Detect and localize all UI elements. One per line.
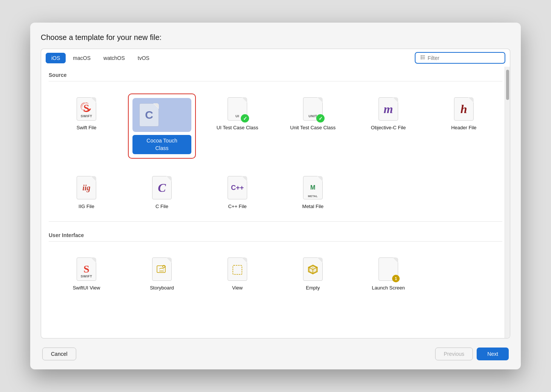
header-h-letter-icon: h <box>460 102 467 116</box>
cocoa-c-letter-icon: C <box>145 109 153 121</box>
cpp-letter-icon: C++ <box>231 184 244 192</box>
objc-file-label: Objective-C File <box>371 124 406 131</box>
section-title-ui: User Interface <box>49 232 502 242</box>
unit-test-icon: ✓ UNIT <box>301 93 325 121</box>
swift-file-icon: S SWIFT <box>74 93 99 121</box>
item-header-file[interactable]: h Header File <box>426 87 502 166</box>
view-label: View <box>232 285 243 291</box>
tab-macos[interactable]: macOS <box>67 53 96 63</box>
tab-bar: iOS macOS watchOS tvOS <box>46 53 155 63</box>
dialog: Choose a template for your new file: iOS… <box>30 23 521 369</box>
svg-point-1 <box>421 57 422 58</box>
swiftui-label: SwiftUI View <box>73 285 100 291</box>
filter-icon <box>419 54 425 61</box>
c-letter-icon: C <box>158 181 166 195</box>
toolbar: iOS macOS watchOS tvOS <box>41 49 510 67</box>
svg-text:S: S <box>83 102 89 114</box>
scrollbar[interactable] <box>505 67 510 338</box>
tab-ios[interactable]: iOS <box>46 53 66 63</box>
content-area: Source S SWIFT <box>41 67 510 338</box>
iig-file-icon: iig <box>74 172 99 199</box>
item-iig-file[interactable]: iig IIG File <box>49 166 124 217</box>
source-items-grid: S SWIFT Swift File C <box>49 87 502 217</box>
svg-point-0 <box>421 55 422 57</box>
svg-point-2 <box>421 58 422 60</box>
unit-check-badge: ✓ <box>316 114 325 122</box>
section-title-source: Source <box>49 72 502 81</box>
item-swiftui-view[interactable]: S SWIFT SwiftUI View <box>49 248 124 299</box>
metal-sublabel: METAL <box>303 195 322 198</box>
swift-letter-icon: S <box>80 102 92 116</box>
header-file-icon: h <box>452 93 476 121</box>
metal-file-label: Metal File <box>302 203 323 210</box>
launch-badge: 1 <box>392 275 400 282</box>
cocoa-touch-inner: C Cocoa Touch Class <box>128 93 196 159</box>
swiftui-swift-letter-icon: S <box>83 263 89 275</box>
cocoa-touch-icon-wrap: C <box>132 98 191 132</box>
dialog-title: Choose a template for your new file: <box>41 33 510 42</box>
next-button[interactable]: Next <box>477 348 509 360</box>
item-empty[interactable]: Empty <box>275 248 351 299</box>
cpp-file-label: C++ File <box>228 203 246 210</box>
header-file-label: Header File <box>451 124 476 131</box>
unit-test-label: Unit Test Case Class <box>290 124 336 131</box>
ui-check-badge: ✓ <box>241 114 249 122</box>
swiftui-icon: S SWIFT <box>74 254 99 281</box>
ui-test-label: UI Test Case Class <box>217 124 258 131</box>
ui-test-icon: ✓ UI <box>225 93 249 121</box>
scrollbar-thumb <box>506 70 509 100</box>
tab-tvos[interactable]: tvOS <box>132 53 155 63</box>
ui-items-grid: S SWIFT SwiftUI View <box>49 248 502 299</box>
swift-file-label: Swift File <box>77 124 97 131</box>
tab-watchos[interactable]: watchOS <box>98 53 131 63</box>
section-divider <box>49 221 502 222</box>
c-file-icon: C <box>150 172 174 199</box>
view-icon <box>225 254 249 281</box>
cpp-file-icon: C++ <box>225 172 249 199</box>
item-ui-test[interactable]: ✓ UI UI Test Case Class <box>200 87 275 166</box>
bottom-bar: Cancel Previous Next <box>41 341 510 362</box>
section-source: Source S SWIFT <box>41 67 510 221</box>
launch-screen-label: Launch Screen <box>372 285 405 291</box>
search-input[interactable] <box>428 55 496 61</box>
section-user-interface: User Interface S SWIFT SwiftUI View <box>41 227 510 303</box>
svg-rect-10 <box>233 265 242 274</box>
button-group: Previous Next <box>435 348 509 360</box>
item-storyboard[interactable]: Storyboard <box>124 248 200 299</box>
item-objc-file[interactable]: m Objective-C File <box>351 87 426 166</box>
item-cocoa-touch-class[interactable]: C Cocoa Touch Class <box>124 87 200 166</box>
search-box[interactable] <box>415 52 505 64</box>
storyboard-icon <box>150 254 174 281</box>
cocoa-touch-label: Cocoa Touch Class <box>132 135 191 154</box>
metal-letter-icon: M <box>310 184 315 191</box>
item-swift-file[interactable]: S SWIFT Swift File <box>49 87 124 166</box>
item-c-file[interactable]: C C File <box>124 166 200 217</box>
item-metal-file[interactable]: M METAL Metal File <box>275 166 351 217</box>
empty-icon <box>301 254 325 281</box>
item-cpp-file[interactable]: C++ C++ File <box>200 166 275 217</box>
metal-file-icon: M METAL <box>301 172 325 199</box>
iig-letter-icon: iig <box>82 184 90 192</box>
svg-rect-7 <box>157 266 165 273</box>
storyboard-label: Storyboard <box>150 285 174 291</box>
previous-button[interactable]: Previous <box>435 348 473 360</box>
c-file-label: C File <box>155 203 168 210</box>
launch-screen-icon: 1 <box>376 254 400 281</box>
item-view[interactable]: View <box>200 248 275 299</box>
item-launch-screen[interactable]: 1 Launch Screen <box>351 248 426 299</box>
objc-m-letter-icon: m <box>384 102 393 116</box>
cancel-button[interactable]: Cancel <box>42 348 76 360</box>
item-unit-test[interactable]: ✓ UNIT Unit Test Case Class <box>275 87 351 166</box>
objc-file-icon: m <box>376 93 400 121</box>
empty-label: Empty <box>306 285 320 291</box>
iig-file-label: IIG File <box>78 203 94 210</box>
